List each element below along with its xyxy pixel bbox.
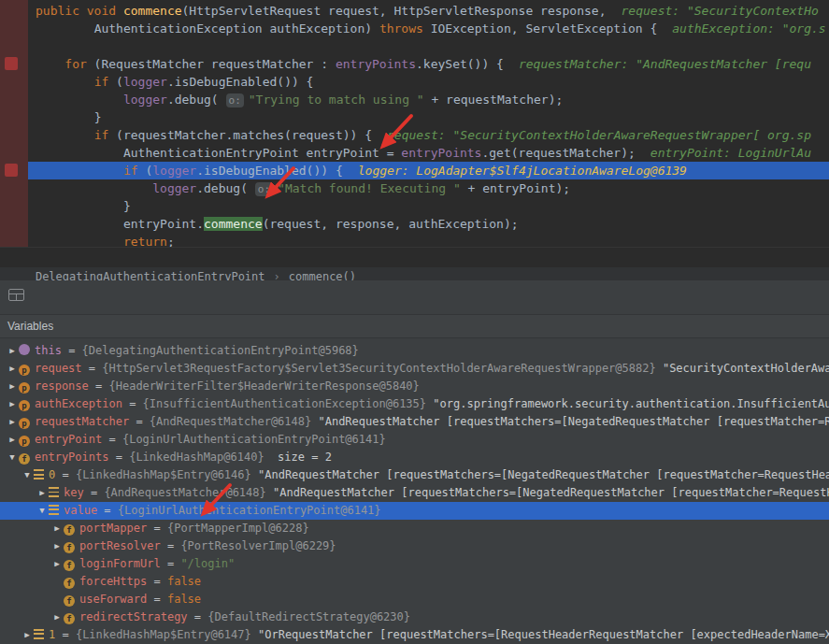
variable-row-redirectStrategy[interactable]: ▶fredirectStrategy = {DefaultRedirectStr… bbox=[0, 608, 829, 626]
expand-icon[interactable]: ▶ bbox=[6, 395, 19, 413]
variable-row-entryPoint[interactable]: ▶pentryPoint = {LoginUrlAuthenticationEn… bbox=[0, 431, 829, 449]
variable-name: key bbox=[64, 486, 84, 499]
variable-row-portMapper[interactable]: ▶fportMapper = {PortMapperImpl@6228} bbox=[0, 520, 829, 537]
debugger-inline-value: request: "SecurityContextHo bbox=[622, 4, 819, 18]
code-line[interactable] bbox=[28, 37, 829, 55]
code-token: } bbox=[94, 110, 102, 124]
variable-bars-icon bbox=[49, 487, 59, 497]
code-line[interactable]: if (logger.isDebugEnabled()) { bbox=[28, 73, 829, 91]
code-token: commence bbox=[123, 4, 182, 18]
indent bbox=[36, 21, 94, 36]
variable-row-requestMatcher[interactable]: ▶prequestMatcher = {AndRequestMatcher@61… bbox=[0, 413, 829, 431]
code-line[interactable]: public void commence(HttpServletRequest … bbox=[28, 2, 829, 20]
code-token: logger bbox=[152, 181, 196, 195]
variable-row-key[interactable]: ▶key = {AndRequestMatcher@6148} "AndRequ… bbox=[0, 484, 829, 502]
equals-sign: = bbox=[55, 628, 76, 641]
equals-sign: = bbox=[147, 522, 167, 535]
variable-name: entryPoints bbox=[35, 451, 108, 464]
variable-row-portResolver[interactable]: ▶fportResolver = {PortResolverImpl@6229} bbox=[0, 537, 829, 555]
code-token: "Trying to match using " bbox=[249, 93, 424, 107]
variable-value: {DelegatingAuthenticationEntryPoint@5968… bbox=[82, 344, 359, 357]
variable-row-value[interactable]: ▼value = {LoginUrlAuthenticationEntryPoi… bbox=[0, 502, 829, 520]
code-token: .debug( bbox=[167, 93, 226, 107]
expand-icon[interactable]: ▶ bbox=[6, 413, 19, 431]
equals-sign: = bbox=[97, 504, 118, 517]
code-line[interactable]: logger.debug( o:"Trying to match using "… bbox=[28, 91, 829, 108]
execution-line[interactable]: if (logger.isDebugEnabled()) {logger: Lo… bbox=[28, 162, 829, 179]
variable-f-icon: f bbox=[64, 613, 75, 624]
code-line[interactable]: if (requestMatcher.matches(request)) {re… bbox=[28, 126, 829, 144]
breakpoint-marker[interactable] bbox=[5, 164, 18, 177]
code-token: public void bbox=[36, 4, 123, 18]
expand-icon[interactable]: ▶ bbox=[6, 342, 19, 360]
variables-tree[interactable]: ▶this = {DelegatingAuthenticationEntryPo… bbox=[0, 338, 829, 644]
code-token: AuthenticationEntryPoint entryPoint = bbox=[123, 146, 401, 160]
variable-row-0[interactable]: ▼0 = {LinkedHashMap$Entry@6146} "AndRequ… bbox=[0, 466, 829, 484]
debugger-inline-value: requestMatcher: "AndRequestMatcher [requ bbox=[519, 57, 811, 71]
code-line[interactable]: return; bbox=[28, 233, 829, 247]
variable-row-request[interactable]: ▶prequest = {HttpServlet3RequestFactory$… bbox=[0, 360, 829, 378]
variable-row-forceHttps[interactable]: fforceHttps = false bbox=[0, 573, 829, 591]
expand-icon[interactable]: ▶ bbox=[50, 555, 64, 573]
expand-icon[interactable]: ▶ bbox=[6, 360, 19, 378]
variable-row-loginFormUrl[interactable]: ▶floginFormUrl = "/login" bbox=[0, 555, 829, 573]
expand-icon[interactable]: ▶ bbox=[50, 520, 64, 537]
variable-value: {AndRequestMatcher@6148} bbox=[104, 486, 273, 499]
variable-value: {LoginUrlAuthenticationEntryPoint@6141} bbox=[118, 504, 381, 517]
expand-icon[interactable]: ▶ bbox=[21, 626, 34, 644]
expand-icon[interactable]: ▶ bbox=[36, 484, 49, 502]
code-token: throws bbox=[379, 21, 423, 36]
collapse-icon[interactable]: ▼ bbox=[36, 502, 49, 520]
variable-name: this bbox=[35, 344, 62, 357]
code-line[interactable]: } bbox=[28, 197, 829, 215]
variable-p-icon: p bbox=[19, 382, 30, 394]
code-token: "Match found! Executing " bbox=[278, 181, 461, 195]
code-lines[interactable]: public void commence(HttpServletRequest … bbox=[28, 0, 829, 247]
variable-name: portMapper bbox=[79, 522, 147, 535]
variable-bars-icon bbox=[49, 505, 59, 515]
variable-value: false bbox=[167, 593, 201, 606]
code-token: .isDebugEnabled()) { bbox=[167, 75, 314, 89]
collapse-icon[interactable]: ▼ bbox=[6, 449, 19, 466]
variables-panel-title: Variables bbox=[7, 320, 53, 333]
variable-p-icon: p bbox=[19, 436, 30, 447]
expand-icon[interactable]: ▶ bbox=[6, 378, 19, 395]
expand-icon[interactable]: ▶ bbox=[50, 537, 64, 555]
variable-name: forceHttps bbox=[79, 575, 147, 588]
code-token: .isDebugEnabled()) { bbox=[196, 164, 343, 178]
code-token: (requestMatcher.matches(request)) { bbox=[108, 128, 372, 142]
code-editor[interactable]: public void commence(HttpServletRequest … bbox=[0, 0, 829, 247]
code-line[interactable]: entryPoint.commence(request, response, a… bbox=[28, 215, 829, 233]
code-line[interactable]: logger.debug( o:"Match found! Executing … bbox=[28, 179, 829, 197]
variable-name: response bbox=[35, 379, 89, 393]
code-line[interactable]: AuthenticationEntryPoint entryPoint = en… bbox=[28, 144, 829, 162]
code-line[interactable]: for (RequestMatcher requestMatcher : ent… bbox=[28, 55, 829, 73]
variable-name: authException bbox=[35, 397, 122, 410]
variable-row-useForward[interactable]: fuseForward = false bbox=[0, 591, 829, 608]
variable-row-1[interactable]: ▶1 = {LinkedHashMap$Entry@6147} "OrReque… bbox=[0, 626, 829, 644]
breakpoint-marker[interactable] bbox=[5, 57, 18, 70]
indent bbox=[36, 75, 94, 89]
variable-row-response[interactable]: ▶presponse = {HeaderWriterFilter$HeaderW… bbox=[0, 378, 829, 395]
code-token: ( bbox=[108, 75, 123, 89]
variable-f-icon: f bbox=[64, 524, 75, 536]
editor-gutter[interactable] bbox=[0, 0, 28, 247]
expand-icon[interactable]: ▶ bbox=[6, 431, 19, 449]
equals-sign: = bbox=[188, 610, 208, 623]
code-line[interactable]: AuthenticationException authException) t… bbox=[28, 20, 829, 37]
variable-name: portResolver bbox=[79, 539, 161, 552]
variable-p-icon: p bbox=[19, 400, 30, 411]
layout-icon[interactable] bbox=[8, 289, 24, 301]
code-token: (RequestMatcher requestMatcher : bbox=[87, 57, 336, 71]
variable-row-authException[interactable]: ▶pauthException = {InsufficientAuthentic… bbox=[0, 395, 829, 413]
expand-icon[interactable]: ▶ bbox=[50, 608, 64, 626]
collapse-icon[interactable]: ▼ bbox=[21, 466, 34, 484]
variable-row-this[interactable]: ▶this = {DelegatingAuthenticationEntryPo… bbox=[0, 342, 829, 360]
variable-row-entryPoints[interactable]: ▼fentryPoints = {LinkedHashMap@6140} siz… bbox=[0, 449, 829, 466]
code-line[interactable]: } bbox=[28, 108, 829, 126]
variable-this-icon bbox=[19, 344, 30, 355]
variable-bars-icon bbox=[34, 469, 44, 479]
code-token: entryPoint. bbox=[123, 217, 204, 231]
code-token: logger bbox=[123, 93, 167, 107]
variable-value: "org.springframework.security.authentica… bbox=[433, 397, 829, 410]
